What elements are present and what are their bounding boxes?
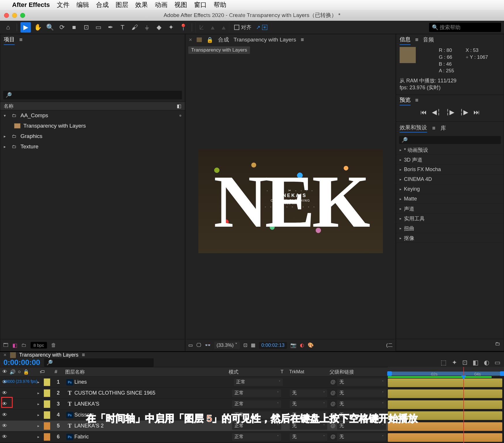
- panel-menu-icon[interactable]: ≡: [432, 125, 435, 131]
- next-frame-icon[interactable]: ╎▶: [460, 109, 468, 116]
- preview-tab[interactable]: 预览: [400, 95, 411, 105]
- new-bin-icon[interactable]: 🗀: [495, 341, 500, 347]
- blend-mode-select[interactable]: 正常˅: [232, 400, 281, 408]
- frame-blend-icon[interactable]: ◧: [473, 359, 479, 366]
- panel-menu-icon[interactable]: ≡: [82, 352, 85, 358]
- interpret-icon[interactable]: 🗔: [3, 342, 8, 348]
- zoom-tool-icon[interactable]: 🔍: [45, 22, 55, 33]
- lock-icon[interactable]: 🔒: [206, 37, 213, 43]
- axis-world-icon[interactable]: ⟁: [207, 22, 218, 33]
- label-color[interactable]: [44, 411, 50, 419]
- clone-tool-icon[interactable]: ⏚: [142, 22, 152, 33]
- roi-icon[interactable]: ⊡: [243, 342, 247, 348]
- folder-row[interactable]: ▾ 🗀 AA_Comps ▫: [0, 110, 185, 121]
- parent-select[interactable]: 无˅: [337, 400, 386, 408]
- hand-tool-icon[interactable]: ✋: [33, 22, 43, 33]
- label-color[interactable]: [44, 400, 50, 408]
- menu-file[interactable]: 文件: [57, 1, 69, 9]
- snapping-icon[interactable]: ↗: [256, 24, 260, 31]
- layer-row[interactable]: 👁 ▸ 1 Ps Lines 正常˅ @ 无˅: [0, 377, 388, 388]
- label-col-icon[interactable]: 🏷: [40, 369, 45, 374]
- orbit-tool-icon[interactable]: ⟳: [57, 22, 67, 33]
- menu-help[interactable]: 帮助: [214, 1, 226, 9]
- twisty-icon[interactable]: ▸: [4, 144, 8, 149]
- layer-bar[interactable]: [388, 378, 502, 387]
- home-icon[interactable]: ⌂: [3, 22, 13, 33]
- zoom-select[interactable]: (33.3%) ˅: [214, 342, 240, 349]
- first-frame-icon[interactable]: ⏮: [420, 109, 427, 116]
- twisty-icon[interactable]: ▾: [4, 113, 8, 118]
- comp-viewer[interactable]: NEK - - - - ✂ - - - - LANEKA'S CUSTOM CL…: [185, 55, 396, 339]
- new-comp-icon[interactable]: ◧: [12, 342, 17, 349]
- camera-tool-icon[interactable]: ■: [69, 22, 79, 33]
- work-area-start-handle[interactable]: [387, 371, 392, 376]
- time-ruler[interactable]: 02s 04s: [388, 367, 504, 377]
- effect-category[interactable]: ▸扭曲: [396, 224, 504, 233]
- draft3d-icon[interactable]: ✦: [452, 359, 457, 366]
- menu-window[interactable]: 窗口: [194, 1, 207, 9]
- pickwhip-icon[interactable]: @: [329, 390, 337, 396]
- trkmat-select[interactable]: 无˅: [290, 400, 327, 408]
- mask-icon[interactable]: 👓: [205, 342, 211, 348]
- menu-composition[interactable]: 合成: [96, 1, 109, 9]
- current-time[interactable]: 0:00:02:13: [259, 342, 287, 349]
- trash-icon[interactable]: 🗑: [51, 342, 56, 348]
- layer-name[interactable]: Lines: [74, 379, 234, 385]
- res-icon[interactable]: 🖵: [196, 342, 201, 348]
- panel-menu-icon[interactable]: ≡: [19, 37, 22, 43]
- trkmat-select[interactable]: 无˅: [290, 433, 327, 441]
- effect-category[interactable]: ▸3D 声道: [396, 155, 504, 165]
- graph-editor-icon[interactable]: ▭: [494, 359, 501, 366]
- layer-name[interactable]: Fabric: [74, 434, 232, 440]
- parent-select[interactable]: 无˅: [337, 389, 386, 397]
- layer-row[interactable]: 👁 ▸ 6 Ps Fabric 正常˅ 无˅ @ 无˅: [0, 431, 388, 442]
- snap-checkbox[interactable]: [234, 25, 239, 30]
- twisty-icon[interactable]: ▸: [37, 424, 43, 428]
- layer-row[interactable]: 👁 ▸ 3 T LANEKA'S 正常˅ 无˅ @ 无˅: [0, 399, 388, 410]
- axis-local-icon[interactable]: ⟀: [196, 22, 207, 33]
- effect-category[interactable]: ▸Matte: [396, 194, 504, 204]
- prev-frame-icon[interactable]: ◀╎: [432, 109, 441, 116]
- app-name[interactable]: After Effects: [12, 1, 50, 9]
- panel-menu-icon[interactable]: ≡: [415, 37, 418, 43]
- selection-tool-icon[interactable]: ▶: [20, 22, 31, 33]
- visibility-toggle[interactable]: 👁: [0, 390, 9, 396]
- work-area-end-handle[interactable]: [500, 371, 504, 376]
- project-search[interactable]: 🔎: [3, 91, 182, 99]
- bpc-button[interactable]: 8 bpc: [31, 342, 47, 349]
- twisty-icon[interactable]: ▸: [37, 380, 43, 384]
- menu-layer[interactable]: 图层: [116, 1, 128, 9]
- blend-mode-select[interactable]: 正常˅: [232, 389, 281, 397]
- col-name[interactable]: 名称: [4, 103, 14, 109]
- parent-select[interactable]: 无˅: [337, 378, 386, 386]
- effect-category[interactable]: ▸声道: [396, 204, 504, 214]
- color-mgmt-icon[interactable]: 🎨: [308, 342, 314, 348]
- label-color[interactable]: [44, 378, 50, 386]
- col-t[interactable]: T: [278, 369, 287, 375]
- menu-animation[interactable]: 动画: [155, 1, 168, 9]
- twisty-icon[interactable]: ▸: [37, 402, 43, 406]
- effect-category[interactable]: ▸抠像: [396, 233, 504, 243]
- roto-tool-icon[interactable]: ✦: [166, 22, 176, 33]
- breadcrumb-link[interactable]: Transparency with Layers: [234, 37, 296, 43]
- comp-flowchart-icon[interactable]: ⬚: [441, 359, 447, 366]
- playhead[interactable]: [463, 367, 464, 443]
- parent-select[interactable]: 无˅: [337, 433, 386, 441]
- visibility-toggle[interactable]: 👁: [0, 412, 9, 418]
- timeline-tracks[interactable]: 02s 04s: [388, 367, 504, 443]
- pickwhip-icon[interactable]: @: [329, 379, 337, 385]
- menu-effect[interactable]: 效果: [135, 1, 148, 9]
- blend-mode-select[interactable]: 正常˅: [234, 378, 283, 386]
- audio-tab[interactable]: 音频: [423, 35, 434, 45]
- effect-category[interactable]: ▸实用工具: [396, 214, 504, 224]
- folder-row[interactable]: ▸ 🗀 Texture: [0, 141, 185, 152]
- effect-category[interactable]: ▸CINEMA 4D: [396, 175, 504, 184]
- menu-edit[interactable]: 编辑: [76, 1, 89, 9]
- play-icon[interactable]: ╎▶: [446, 109, 454, 116]
- layer-bar[interactable]: [388, 400, 502, 409]
- snapshot-icon[interactable]: 📷: [290, 342, 296, 348]
- rect-tool-icon[interactable]: ▭: [93, 22, 104, 33]
- layer-row[interactable]: 👁 ▸ 2 T CUSTOM CLOTHING SINCE 1965 正常˅ 无…: [0, 388, 388, 399]
- last-frame-icon[interactable]: ⏭: [473, 109, 480, 116]
- panel-menu-icon[interactable]: ≡: [301, 37, 304, 43]
